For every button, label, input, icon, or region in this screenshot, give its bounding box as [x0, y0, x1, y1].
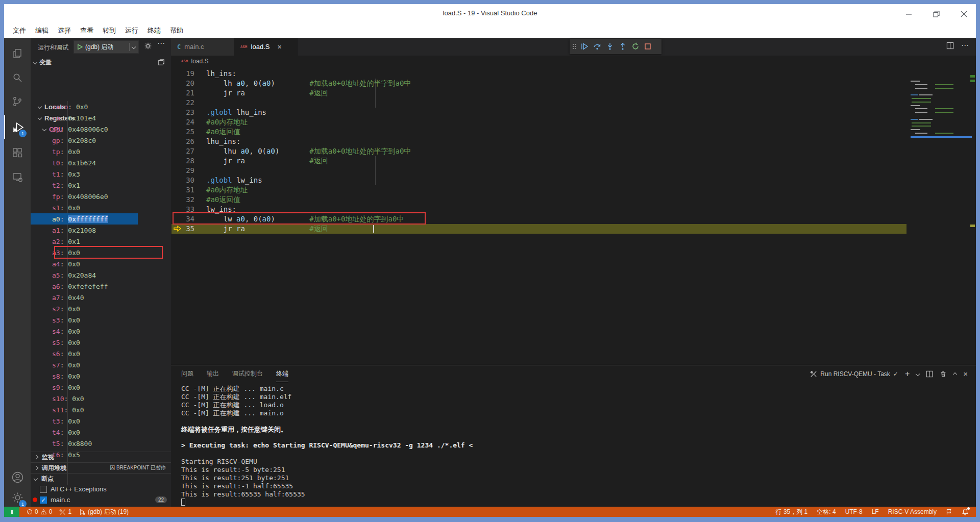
- register-fp[interactable]: fp: 0x408006e0: [31, 191, 171, 202]
- panel-tab-输出[interactable]: 输出: [207, 365, 219, 382]
- watch-section-header[interactable]: 监视: [31, 452, 171, 462]
- register-s3[interactable]: s3: 0x0: [31, 314, 171, 326]
- step-out-button[interactable]: [619, 42, 627, 51]
- register-t4[interactable]: t4: 0x0: [31, 427, 171, 438]
- problems-status[interactable]: 0 0: [27, 508, 52, 515]
- register-t1[interactable]: t1: 0x3: [31, 168, 171, 180]
- editor[interactable]: ASM load.S 19lh_ins:20 lh a0, 0(a0) #加载a…: [171, 56, 976, 365]
- terminal-task-label[interactable]: Run RISCV-QEMU - Task ✓: [810, 370, 898, 378]
- split-editor-icon[interactable]: [946, 42, 954, 49]
- register-t5[interactable]: t5: 0x8800: [31, 438, 171, 449]
- register-t2[interactable]: t2: 0x1: [31, 180, 171, 191]
- drag-handle-icon[interactable]: [573, 44, 576, 49]
- terminal-output[interactable]: CC -[M] 正在构建 ... main.cCC -[M] 正在构建 ... …: [181, 384, 971, 506]
- breakpoint-checkbox[interactable]: [40, 486, 47, 493]
- menu-item[interactable]: 文件: [8, 24, 31, 37]
- panel-tab-问题[interactable]: 问题: [181, 365, 193, 382]
- code-line-21[interactable]: 21 jr ra #返回: [171, 88, 976, 98]
- menu-item[interactable]: 选择: [53, 24, 76, 37]
- run-and-debug-icon[interactable]: 1: [4, 115, 31, 139]
- tab-load.S[interactable]: ASMload.S×: [234, 38, 298, 56]
- terminal-picker-chevron-icon[interactable]: [916, 371, 920, 376]
- register-a2[interactable]: a2: 0x1: [31, 236, 171, 247]
- eol-status[interactable]: LF: [872, 508, 879, 515]
- register-a1[interactable]: a1: 0x21008: [31, 225, 171, 236]
- step-over-button[interactable]: [593, 42, 601, 51]
- code-line-23[interactable]: 23.globl lhu_ins: [171, 108, 976, 117]
- register-tp[interactable]: tp: 0x0: [31, 146, 171, 157]
- breadcrumb[interactable]: ASM load.S: [181, 58, 209, 65]
- variables-section-header[interactable]: 变量: [31, 57, 171, 68]
- register-s11[interactable]: s11: 0x0: [31, 404, 171, 415]
- register-t0[interactable]: t0: 0x1b624: [31, 157, 171, 168]
- register-s1[interactable]: s1: 0x0: [31, 202, 171, 213]
- close-button[interactable]: [957, 7, 971, 20]
- code-line-35[interactable]: 35 jr ra #返回: [171, 224, 976, 234]
- language-mode-status[interactable]: RISC-V Assembly: [888, 508, 937, 515]
- register-a7[interactable]: a7: 0x40: [31, 292, 171, 303]
- register-s9[interactable]: s9: 0x0: [31, 382, 171, 393]
- code-line-22[interactable]: 22: [171, 98, 976, 108]
- explorer-icon[interactable]: [4, 42, 31, 65]
- panel-tab-调试控制台[interactable]: 调试控制台: [232, 365, 263, 382]
- cursor-position-status[interactable]: 行 35，列 1: [776, 508, 808, 516]
- menu-item[interactable]: 帮助: [165, 24, 188, 37]
- code-line-19[interactable]: 19lh_ins:: [171, 69, 976, 79]
- launch-config-dropdown[interactable]: (gdb) 启动: [74, 40, 139, 54]
- code-line-27[interactable]: 27 lhu a0, 0(a0) #加载a0+0地址处的半字到a0中: [171, 146, 976, 156]
- notifications-bell-icon[interactable]: [962, 508, 969, 515]
- register-t3[interactable]: t3: 0x0: [31, 415, 171, 427]
- code-line-31[interactable]: 31#a0内存地址: [171, 185, 976, 195]
- maximize-panel-chevron-icon[interactable]: [953, 372, 957, 377]
- editor-more-actions-icon[interactable]: ⋯: [961, 41, 969, 50]
- register-s2[interactable]: s2: 0x0: [31, 303, 171, 314]
- code-line-24[interactable]: 24#a0内存地址: [171, 117, 976, 127]
- extensions-icon[interactable]: [4, 141, 31, 164]
- panel-tab-终端[interactable]: 终端: [276, 365, 288, 382]
- restore-button[interactable]: [929, 7, 943, 20]
- register-s7[interactable]: s7: 0x0: [31, 359, 171, 370]
- code-line-26[interactable]: 26lhu_ins:: [171, 137, 976, 146]
- code-line-29[interactable]: 29: [171, 166, 976, 176]
- variables-view-icon[interactable]: [158, 59, 165, 66]
- source-control-icon[interactable]: [4, 90, 31, 113]
- register-a6[interactable]: a6: 0xfefefeff: [31, 281, 171, 292]
- menu-item[interactable]: 终端: [143, 24, 165, 37]
- search-icon[interactable]: [4, 66, 31, 89]
- stop-button[interactable]: [644, 43, 651, 50]
- remote-indicator[interactable]: [4, 507, 19, 517]
- kill-terminal-icon[interactable]: [940, 370, 947, 378]
- callstack-section-header[interactable]: 调用堆栈 因 BREAKPOINT 已暂停: [31, 462, 171, 473]
- register-s6[interactable]: s6: 0x0: [31, 348, 171, 359]
- register-s8[interactable]: s8: 0x0: [31, 370, 171, 382]
- register-s5[interactable]: s5: 0x0: [31, 337, 171, 348]
- register-zero[interactable]: zero: 0x0: [31, 101, 171, 112]
- tab-main.c[interactable]: Cmain.c: [171, 38, 234, 56]
- tab-close-icon[interactable]: ×: [277, 43, 281, 51]
- register-a3[interactable]: a3: 0x0: [31, 247, 171, 258]
- menu-item[interactable]: 转到: [98, 24, 120, 37]
- restart-button[interactable]: [631, 42, 640, 51]
- step-into-button[interactable]: [606, 42, 614, 51]
- debug-settings-gear-icon[interactable]: [144, 42, 152, 50]
- code-line-20[interactable]: 20 lh a0, 0(a0) #加载a0+0地址处的半字到a0中: [171, 79, 976, 88]
- more-actions-icon[interactable]: ⋯: [157, 39, 165, 48]
- register-a5[interactable]: a5: 0x20a84: [31, 269, 171, 281]
- register-ra[interactable]: ra: 0x101e4: [31, 112, 171, 123]
- code-line-32[interactable]: 32#a0返回值: [171, 195, 976, 205]
- register-a4[interactable]: a4: 0x0: [31, 258, 171, 269]
- split-terminal-icon[interactable]: [926, 370, 933, 378]
- menu-item[interactable]: 查看: [76, 24, 98, 37]
- breakpoint-row[interactable]: All C++ Exceptions: [31, 484, 171, 494]
- running-tasks-status[interactable]: 1: [59, 508, 71, 515]
- menu-item[interactable]: 运行: [120, 24, 143, 37]
- continue-button[interactable]: [580, 42, 589, 51]
- register-s4[interactable]: s4: 0x0: [31, 326, 171, 337]
- register-s10[interactable]: s10: 0x0: [31, 393, 171, 404]
- register-gp[interactable]: gp: 0x208c0: [31, 135, 171, 146]
- minimize-button[interactable]: [901, 7, 916, 20]
- indentation-status[interactable]: 空格: 4: [817, 508, 836, 516]
- debug-session-status[interactable]: (gdb) 启动 (19): [79, 508, 129, 516]
- breakpoint-row[interactable]: ✓main.c22: [31, 494, 171, 505]
- settings-gear-icon[interactable]: 1: [4, 486, 31, 509]
